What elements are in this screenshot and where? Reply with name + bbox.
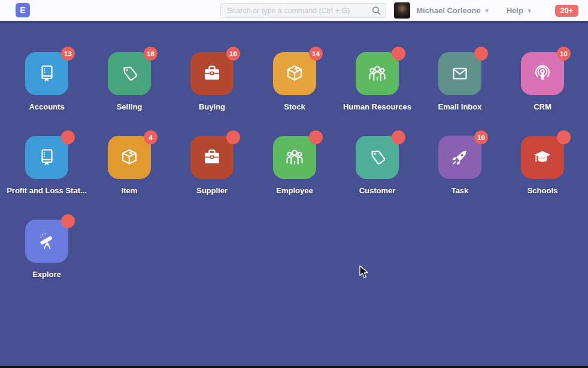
module-label: Customer [359,186,396,195]
module-tile-customer[interactable]: Customer [336,136,419,220]
notification-badge [557,130,571,144]
module-label: Email Inbox [438,102,482,111]
help-label: Help [507,6,523,15]
notification-badge: 13 [61,47,75,60]
user-menu[interactable]: Michael Corleone ▼ [416,6,490,15]
notification-badge [474,47,488,60]
module-label: Human Resources [343,102,411,111]
notifications-count-badge[interactable]: 20+ [555,5,578,17]
notification-badge [309,130,323,144]
people-icon [283,145,307,169]
module-tile-employee[interactable]: Employee [253,136,336,220]
navbar-right: Michael Corleone ▼ Help ▼ 20+ [394,0,578,21]
module-tile-profit-and-loss-stat[interactable]: Profit and Loss Stat... [5,136,88,220]
module-label: Employee [276,186,313,195]
module-tile-buying[interactable]: 10 Buying [171,52,253,136]
tag-icon [365,145,389,169]
module-label: Item [122,186,138,195]
module-tile-task[interactable]: 10 Task [419,136,501,220]
module-label: Stock [284,102,305,111]
module-tile-selling[interactable]: 18 Selling [88,52,171,136]
notification-badge [61,130,75,144]
notification-badge: 14 [309,47,323,60]
module-label: Task [451,186,469,195]
chevron-down-icon: ▼ [484,8,490,14]
book-icon [35,145,59,169]
grad-cap-icon [531,145,554,169]
app-logo[interactable]: E [16,3,30,17]
module-tile-email-inbox[interactable]: Email Inbox [419,52,501,136]
search-input[interactable] [221,7,372,15]
navbar-underline [0,22,588,23]
box-icon [117,145,141,169]
module-label: Schools [528,186,558,195]
module-tile-supplier[interactable]: Supplier [171,136,253,220]
user-avatar[interactable] [394,2,410,19]
user-name: Michael Corleone [416,6,481,15]
module-label: Supplier [196,186,228,195]
tag-icon [117,62,141,86]
help-menu[interactable]: Help ▼ [507,6,532,15]
module-label: Explore [32,270,61,279]
rocket-icon [448,145,472,169]
module-tile-crm[interactable]: 10 CRM [501,52,584,136]
module-tile-accounts[interactable]: 13 Accounts [5,52,88,136]
notification-badge: 4 [144,130,157,144]
module-label: Selling [117,102,143,111]
module-tile-schools[interactable]: Schools [501,136,584,220]
module-label: CRM [534,102,551,111]
notification-badge: 10 [474,130,488,144]
telescope-icon [35,229,59,253]
people-icon [365,62,389,86]
book-icon [35,62,59,86]
module-label: Accounts [29,102,64,111]
global-search [220,3,386,18]
navbar: E Michael Corleone ▼ Help ▼ 20+ [0,0,588,21]
briefcase-icon [200,62,224,86]
notification-badge [392,47,405,60]
notification-badge [61,214,75,228]
module-label: Profit and Loss Stat... [7,186,87,195]
briefcase-icon [200,145,224,169]
notification-badge [226,130,240,144]
box-icon [283,62,307,86]
notification-badge: 10 [557,47,571,60]
notification-badge [392,130,405,144]
notification-badge: 10 [226,47,240,60]
module-tile-explore[interactable]: Explore [5,220,88,303]
search-icon[interactable] [372,6,381,15]
broadcast-icon [531,62,554,86]
module-tile-human-resources[interactable]: Human Resources [336,52,419,136]
module-label: Buying [199,102,225,111]
module-grid: 13 Accounts 18 Selling 10 Buying 14 Stoc… [5,23,584,303]
desk-background: 13 Accounts 18 Selling 10 Buying 14 Stoc… [0,23,588,366]
chevron-down-icon: ▼ [527,8,532,14]
envelope-icon [448,62,472,86]
module-tile-stock[interactable]: 14 Stock [253,52,336,136]
module-tile-item[interactable]: 4 Item [88,136,171,220]
notification-badge: 18 [144,47,157,60]
